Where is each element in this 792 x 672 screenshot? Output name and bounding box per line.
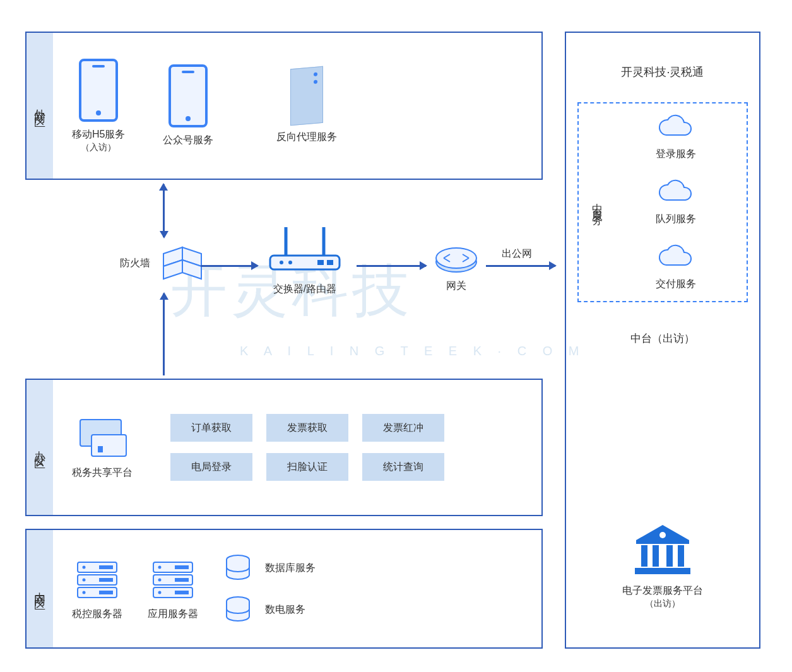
item-label: 税控服务器 (72, 608, 122, 621)
svg-rect-15 (98, 446, 103, 452)
item-digital-invoice: 数电服务 (223, 596, 316, 623)
server-rack-icon (74, 557, 121, 601)
zone-internal-label: 内网区 (27, 530, 53, 647)
svg-point-32 (158, 591, 162, 594)
cloud-icon (654, 114, 698, 141)
svg-rect-14 (92, 435, 126, 456)
chip-grid: 订单获取 发票获取 发票红冲 电局登录 扫脸认证 统计查询 (170, 414, 444, 481)
zone-internal: 内网区 税控服务器 (25, 529, 543, 649)
cloud-login: 登录服务 (654, 114, 698, 161)
zone-external: 外网区 移动H5服务（入访） 公众号服务 反向代理服务 (25, 32, 543, 180)
item-label: 队列服务 (656, 213, 696, 226)
svg-rect-10 (327, 260, 333, 265)
svg-point-28 (158, 565, 162, 569)
item-wechat: 公众号服务 (163, 64, 213, 147)
label-out-public: 出公网 (502, 247, 532, 261)
cloud-queue: 队列服务 (654, 179, 698, 226)
chip-invoice-red: 发票红冲 (362, 414, 444, 442)
svg-point-37 (659, 532, 666, 538)
right-panel: 开灵科技·灵税通 中台服务 登录服务 队列服务 交付服务 (565, 32, 760, 649)
node-router: 交换器/路由器 (264, 221, 346, 296)
router-icon (264, 221, 346, 278)
chip-invoice-get: 发票获取 (266, 414, 348, 442)
watermark-sub: K A I L I N G T E E K · C O M (240, 344, 586, 358)
item-label: 应用服务器 (148, 608, 198, 621)
svg-rect-29 (175, 565, 189, 569)
database-icon (223, 596, 252, 623)
svg-point-7 (280, 261, 283, 264)
arrow-firewall-router (201, 265, 257, 267)
arrow-external-firewall (163, 184, 165, 237)
gateway-icon (434, 243, 478, 274)
firewall-label: 防火墙 (120, 257, 150, 270)
phone-icon (168, 64, 208, 127)
item-label: 交付服务 (656, 278, 696, 291)
item-label: 登录服务 (656, 148, 696, 161)
svg-rect-43 (635, 568, 690, 574)
database-icon (223, 554, 252, 582)
zone-office-label: 办公区 (27, 380, 53, 515)
item-label: 反向代理服务 (276, 131, 337, 144)
item-label: 公众号服务 (163, 134, 213, 147)
gateway-label: 网关 (446, 280, 466, 293)
chip-face-auth: 扫脸认证 (266, 453, 348, 481)
svg-rect-33 (175, 591, 189, 594)
svg-point-8 (288, 261, 292, 264)
brand-title: 开灵科技·灵税通 (621, 64, 704, 80)
item-reverse-proxy: 反向代理服务 (276, 68, 337, 144)
arrow-gateway-out (486, 265, 555, 267)
node-gateway: 网关 (434, 243, 478, 293)
svg-rect-38 (636, 540, 689, 544)
item-label: 数据库服务 (265, 562, 316, 575)
item-label: 税务共享平台 (72, 466, 133, 480)
svg-rect-40 (653, 545, 659, 567)
arrow-office-firewall (163, 293, 165, 375)
midservice-box: 中台服务 登录服务 队列服务 交付服务 (577, 102, 748, 302)
svg-rect-20 (99, 565, 113, 569)
svg-rect-41 (666, 545, 673, 567)
phone-icon (79, 59, 118, 122)
cloud-delivery: 交付服务 (654, 244, 698, 291)
svg-point-23 (83, 591, 86, 594)
svg-point-19 (83, 565, 86, 569)
chip-stat-query: 统计查询 (362, 453, 444, 481)
svg-rect-42 (678, 545, 684, 567)
item-einvoice-platform: 电子发票服务平台（出访） (622, 521, 703, 610)
chip-order-get: 订单获取 (170, 414, 252, 442)
svg-point-21 (83, 578, 86, 581)
zone-office: 办公区 税务共享平台 订单获取 发票获取 发票红冲 电局登录 扫脸认证 统计查询 (25, 379, 543, 516)
item-sublabel: （入访） (81, 142, 116, 152)
item-mobile-h5: 移动H5服务（入访） (72, 59, 125, 153)
server-tower-icon (290, 66, 323, 126)
svg-rect-24 (99, 591, 113, 594)
svg-point-30 (158, 578, 162, 581)
node-firewall: 防火墙 (120, 241, 211, 285)
zone-external-label: 外网区 (27, 33, 53, 179)
arrow-router-gateway (357, 265, 426, 267)
item-db-service: 数据库服务 (223, 554, 316, 582)
svg-rect-22 (99, 578, 113, 582)
item-label: 电子发票服务平台 (622, 585, 703, 596)
item-label: 移动H5服务 (72, 129, 125, 139)
chip-bureau-login: 电局登录 (170, 453, 252, 481)
item-label: 数电服务 (265, 603, 305, 616)
svg-point-12 (436, 248, 476, 268)
item-tax-platform: 税务共享平台 (72, 416, 133, 480)
svg-rect-31 (175, 578, 189, 582)
cloud-icon (654, 244, 698, 271)
router-label: 交换器/路由器 (273, 283, 336, 296)
bank-icon (631, 521, 694, 578)
server-rack-icon (150, 557, 196, 601)
midservice-label: 中台服务 (590, 195, 605, 210)
cloud-icon (654, 179, 698, 206)
svg-rect-39 (641, 545, 647, 567)
item-app-server: 应用服务器 (148, 557, 198, 621)
firewall-icon (160, 241, 211, 285)
item-tax-server: 税控服务器 (72, 557, 122, 621)
item-sublabel: （出访） (645, 598, 680, 608)
monitor-icon (74, 416, 131, 460)
midplatform-out-label: 中台（出访） (630, 331, 695, 346)
svg-rect-9 (317, 260, 324, 265)
